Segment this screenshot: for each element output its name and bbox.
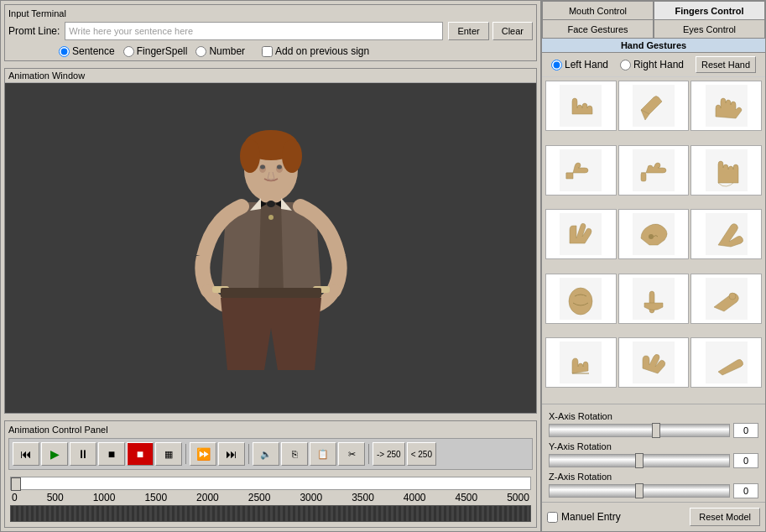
hand-gestures-title: Hand Gestures	[542, 39, 765, 53]
gesture-grid	[542, 77, 765, 404]
reset-model-button[interactable]: Reset Model	[690, 508, 760, 526]
animation-canvas	[5, 83, 536, 413]
pause-button[interactable]: ⏸	[70, 442, 96, 466]
gesture-8[interactable]	[618, 209, 690, 259]
timeline-thumb[interactable]	[11, 477, 21, 491]
copy-button[interactable]: ⎘	[281, 442, 308, 466]
tab-face-gestures[interactable]: Face Gestures	[542, 19, 654, 38]
gesture-1[interactable]	[545, 81, 617, 131]
svg-point-8	[260, 164, 265, 169]
avatar-svg	[137, 127, 405, 370]
timeline-stripe	[11, 506, 530, 521]
record-button[interactable]: ■	[127, 442, 154, 466]
play-button[interactable]: ▶	[41, 442, 68, 466]
gesture-5[interactable]	[618, 145, 690, 196]
separator3	[368, 444, 369, 464]
bottom-controls: Manuel Entry Reset Model	[542, 502, 765, 531]
control-panel-title: Animation Control Panel	[8, 425, 533, 435]
prev-frame-button[interactable]: ⏮	[13, 442, 39, 466]
volume-button[interactable]: 🔈	[253, 442, 279, 466]
film-button[interactable]: ▦	[155, 442, 182, 466]
animation-control-panel: Animation Control Panel ⏮ ▶ ⏸ ■ ■ ▦ ⏩ ⏭ …	[4, 420, 537, 528]
gesture-12[interactable]	[690, 274, 762, 324]
x-axis-slider[interactable]	[549, 424, 730, 437]
y-axis-label: Y-Axis Rotation	[549, 441, 758, 451]
gesture-7[interactable]	[545, 209, 617, 259]
input-terminal-title: Input Terminal	[8, 8, 533, 18]
hand-radio-row: Left Hand Right Hand Reset Hand	[542, 53, 765, 77]
gesture-2[interactable]	[618, 81, 690, 131]
timeline-track[interactable]	[10, 477, 531, 490]
fingerspell-radio[interactable]: FingerSpell	[123, 45, 188, 57]
right-panel: Mouth Control Fingers Control Face Gestu…	[541, 0, 766, 532]
z-axis-value[interactable]	[733, 483, 758, 498]
svg-point-32	[729, 293, 736, 300]
gesture-9[interactable]	[690, 209, 762, 259]
gesture-10[interactable]	[545, 274, 617, 324]
gesture-4[interactable]	[545, 145, 617, 196]
number-radio[interactable]: Number	[195, 45, 245, 57]
gesture-6[interactable]	[690, 145, 762, 196]
clear-button[interactable]: Clear	[492, 22, 533, 40]
svg-point-4	[240, 139, 260, 173]
svg-point-5	[282, 139, 302, 173]
timeline-bottom	[10, 505, 531, 522]
reset-hand-button[interactable]: Reset Hand	[696, 56, 756, 73]
svg-rect-33	[560, 342, 602, 383]
right-hand-radio[interactable]: Right Hand	[620, 59, 684, 70]
tab-mouth-control[interactable]: Mouth Control	[542, 1, 654, 19]
prompt-input[interactable]	[65, 22, 443, 40]
animation-window: Animation Window	[4, 68, 537, 414]
prompt-label: Promt Line:	[8, 25, 60, 37]
sentence-radio[interactable]: Sentence	[59, 45, 115, 57]
gesture-11[interactable]	[618, 274, 690, 324]
rotation-section: X-Axis Rotation Y-Axis Rotation Z-Axis R…	[542, 404, 765, 502]
y-axis-value[interactable]	[733, 453, 758, 468]
input-terminal: Input Terminal Promt Line: Enter Clear S…	[4, 4, 537, 61]
svg-point-9	[277, 164, 282, 169]
svg-point-10	[267, 201, 275, 207]
svg-rect-22	[641, 173, 646, 181]
gesture-3[interactable]	[690, 81, 762, 131]
manuel-entry-label: Manuel Entry	[561, 511, 621, 523]
tab-eyes-control[interactable]: Eyes Control	[654, 19, 765, 38]
svg-point-29	[569, 288, 592, 315]
svg-point-11	[268, 215, 274, 220]
x-axis-value[interactable]	[733, 423, 758, 438]
stop-button[interactable]: ■	[98, 442, 125, 466]
z-axis-label: Z-Axis Rotation	[549, 472, 758, 482]
tabs-row1: Mouth Control Fingers Control	[542, 1, 765, 19]
timeline-markers: 0 500 1000 1500 2000 2500 3000 3500 4000…	[10, 492, 531, 503]
left-hand-radio[interactable]: Left Hand	[551, 59, 608, 70]
manuel-entry-checkbox[interactable]	[547, 512, 558, 523]
separator2	[248, 444, 249, 464]
timeline: 0 500 1000 1500 2000 2500 3000 3500 4000…	[8, 475, 533, 524]
paste-button[interactable]: 📋	[310, 442, 336, 466]
gesture-13[interactable]	[545, 337, 617, 388]
gesture-15[interactable]	[690, 337, 762, 388]
manuel-entry-container: Manuel Entry	[547, 511, 621, 523]
tabs-row2: Face Gestures Eyes Control	[542, 19, 765, 39]
cut-button[interactable]: ✂	[338, 442, 365, 466]
svg-rect-16	[221, 288, 321, 298]
x-axis-label: X-Axis Rotation	[549, 411, 758, 421]
tab-fingers-control[interactable]: Fingers Control	[654, 1, 765, 19]
enter-button[interactable]: Enter	[448, 22, 488, 40]
goto250-button[interactable]: -> 250	[373, 442, 405, 466]
add-on-previous-sign-checkbox[interactable]: Add on previous sign	[262, 45, 369, 57]
y-axis-slider[interactable]	[549, 454, 730, 467]
z-axis-slider[interactable]	[549, 484, 730, 498]
from250-button[interactable]: < 250	[407, 442, 436, 466]
gesture-14[interactable]	[618, 337, 690, 388]
skip-end-button[interactable]: ⏭	[218, 442, 245, 466]
separator1	[185, 444, 186, 464]
fast-forward-button[interactable]: ⏩	[190, 442, 216, 466]
animation-window-title: Animation Window	[5, 69, 536, 83]
svg-point-26	[649, 234, 654, 239]
